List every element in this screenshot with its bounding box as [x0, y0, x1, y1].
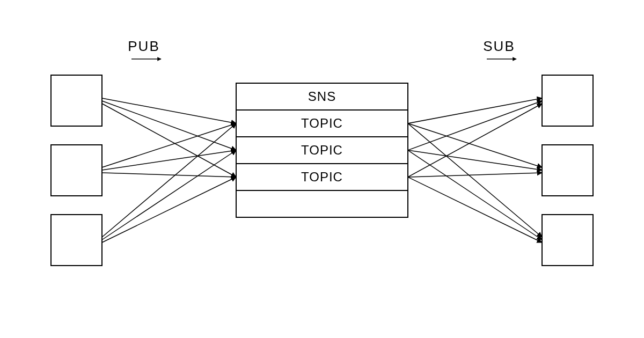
- pub-arrow: [102, 150, 236, 170]
- publisher-box: [51, 75, 102, 126]
- topic-label: TOPIC: [301, 143, 343, 157]
- sns-block: SNS TOPIC TOPIC TOPIC: [236, 83, 408, 217]
- sub-arrow: [408, 150, 542, 170]
- sub-arrow: [408, 101, 542, 150]
- pubsub-diagram: PUB SUB SNS TOPIC TOPIC TOPIC: [0, 0, 644, 338]
- publisher-box: [51, 145, 102, 196]
- sub-arrow: [408, 177, 542, 243]
- pub-arrow: [102, 123, 236, 167]
- sub-arrow: [408, 98, 542, 123]
- flow-right-label: SUB: [483, 38, 515, 54]
- sub-arrow: [408, 150, 542, 240]
- flow-right: SUB: [483, 38, 516, 59]
- subscriber-box: [542, 75, 593, 126]
- pub-arrows: [102, 98, 236, 243]
- topic-label: TOPIC: [301, 116, 343, 130]
- flow-left: PUB: [128, 38, 161, 59]
- flow-left-label: PUB: [128, 38, 159, 54]
- pub-arrow: [102, 150, 236, 240]
- pub-arrow: [102, 173, 236, 177]
- sub-arrow: [408, 173, 542, 177]
- publisher-group: [51, 75, 102, 266]
- subscriber-group: [542, 75, 593, 266]
- pub-arrow: [102, 101, 236, 150]
- sns-header-label: SNS: [308, 89, 336, 104]
- publisher-box: [51, 215, 102, 266]
- subscriber-box: [542, 145, 593, 196]
- pub-arrow: [102, 177, 236, 243]
- topic-label: TOPIC: [301, 170, 343, 184]
- pub-arrow: [102, 98, 236, 123]
- subscriber-box: [542, 215, 593, 266]
- sub-arrows: [408, 98, 542, 243]
- sub-arrow: [408, 123, 542, 167]
